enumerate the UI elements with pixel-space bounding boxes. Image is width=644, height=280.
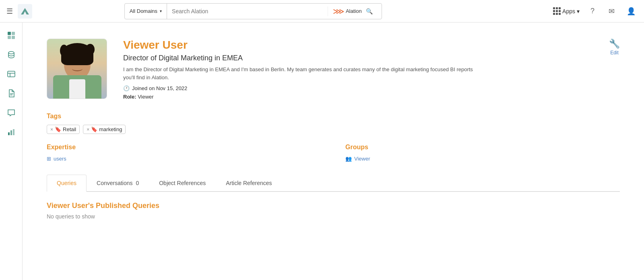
- edit-button[interactable]: 🔧 Edit: [609, 39, 620, 56]
- tag-retail: × 🔖 Retail: [47, 125, 80, 134]
- alation-logo: ⋙ Alation 🔍: [328, 6, 382, 16]
- expertise-groups-section: Expertise ⊞ users Groups 👥 Viewer: [47, 144, 620, 162]
- domain-select[interactable]: All Domains ▾: [125, 4, 167, 19]
- profile-info: Viewer User Director of Digital Marketin…: [123, 39, 620, 100]
- tag-remove-retail[interactable]: ×: [50, 127, 53, 132]
- sidebar: [0, 23, 23, 280]
- svg-rect-3: [8, 36, 11, 39]
- tab-article-references[interactable]: Article References: [216, 175, 282, 192]
- tag-catalog-icon-2: 🔖: [91, 126, 97, 132]
- expertise-users[interactable]: ⊞ users: [47, 156, 321, 162]
- search-input[interactable]: [167, 5, 328, 18]
- sidebar-table[interactable]: [3, 66, 19, 82]
- sidebar-catalog[interactable]: [3, 27, 19, 43]
- user-profile-button[interactable]: 👤: [625, 5, 638, 18]
- search-bar: All Domains ▾ ⋙ Alation 🔍: [124, 3, 382, 19]
- navbar: ☰ All Domains ▾ ⋙ Alation 🔍 Apps: [0, 0, 644, 23]
- profile-section: Viewer User Director of Digital Marketin…: [47, 39, 620, 100]
- queries-content: Viewer User's Published Queries No queri…: [47, 202, 620, 220]
- conversations-badge: 0: [136, 180, 139, 186]
- svg-rect-2: [12, 32, 15, 35]
- sidebar-database[interactable]: [3, 47, 19, 63]
- group-icon: 👥: [345, 156, 352, 162]
- sidebar-chat[interactable]: [3, 105, 19, 121]
- grid-icon: [553, 7, 561, 15]
- expertise-label: Expertise: [47, 144, 321, 151]
- svg-rect-4: [12, 36, 15, 39]
- search-icon[interactable]: 🔍: [362, 8, 377, 14]
- alation-brand-icon: ⋙: [333, 6, 344, 16]
- domain-chevron: ▾: [160, 9, 162, 13]
- tags-list: × 🔖 Retail × 🔖 marketing: [47, 125, 620, 134]
- profile-name: Viewer User: [123, 39, 620, 51]
- navbar-right: Apps ▾ ? ✉ 👤: [553, 5, 638, 18]
- users-table-icon: ⊞: [47, 156, 51, 162]
- tab-conversations[interactable]: Conversations 0: [87, 175, 149, 192]
- wrench-icon: 🔧: [609, 39, 620, 49]
- clock-icon: 🕐: [123, 85, 130, 91]
- groups-col: Groups 👥 Viewer: [345, 144, 620, 162]
- sidebar-chart[interactable]: [3, 124, 19, 140]
- help-button[interactable]: ?: [586, 5, 599, 18]
- tag-remove-marketing[interactable]: ×: [87, 127, 89, 132]
- main-content: Viewer User Director of Digital Marketin…: [23, 23, 644, 280]
- tags-label: Tags: [47, 113, 620, 120]
- app-logo: [18, 4, 32, 19]
- profile-title: Director of Digital Marketing in EMEA: [123, 54, 620, 62]
- sidebar-document[interactable]: [3, 85, 19, 101]
- svg-point-5: [8, 51, 14, 54]
- expertise-col: Expertise ⊞ users: [47, 144, 321, 162]
- tab-queries[interactable]: Queries: [47, 175, 87, 192]
- svg-rect-11: [8, 132, 10, 135]
- svg-rect-6: [8, 71, 15, 77]
- tag-catalog-icon: 🔖: [55, 126, 61, 132]
- notifications-button[interactable]: ✉: [605, 5, 618, 18]
- group-viewer[interactable]: 👥 Viewer: [345, 156, 620, 162]
- hamburger-menu[interactable]: ☰: [6, 7, 13, 16]
- apps-menu[interactable]: Apps ▾: [553, 7, 580, 15]
- profile-bio: I am the Director of Digital Marketing i…: [123, 66, 485, 81]
- groups-label: Groups: [345, 144, 620, 151]
- queries-empty: No queries to show: [47, 213, 620, 220]
- tags-section: Tags × 🔖 Retail × 🔖 marketing: [47, 113, 620, 134]
- svg-rect-13: [13, 129, 14, 135]
- svg-rect-1: [8, 32, 11, 35]
- profile-role: Role: Viewer: [123, 94, 620, 100]
- tag-marketing: × 🔖 marketing: [83, 125, 126, 134]
- tabs-bar: Queries Conversations 0 Object Reference…: [47, 175, 620, 192]
- profile-joined: 🕐 Joined on Nov 15, 2022: [123, 85, 620, 91]
- profile-photo: [47, 39, 107, 99]
- queries-title: Viewer User's Published Queries: [47, 202, 620, 210]
- svg-rect-12: [10, 130, 12, 135]
- tab-object-references[interactable]: Object References: [149, 175, 216, 192]
